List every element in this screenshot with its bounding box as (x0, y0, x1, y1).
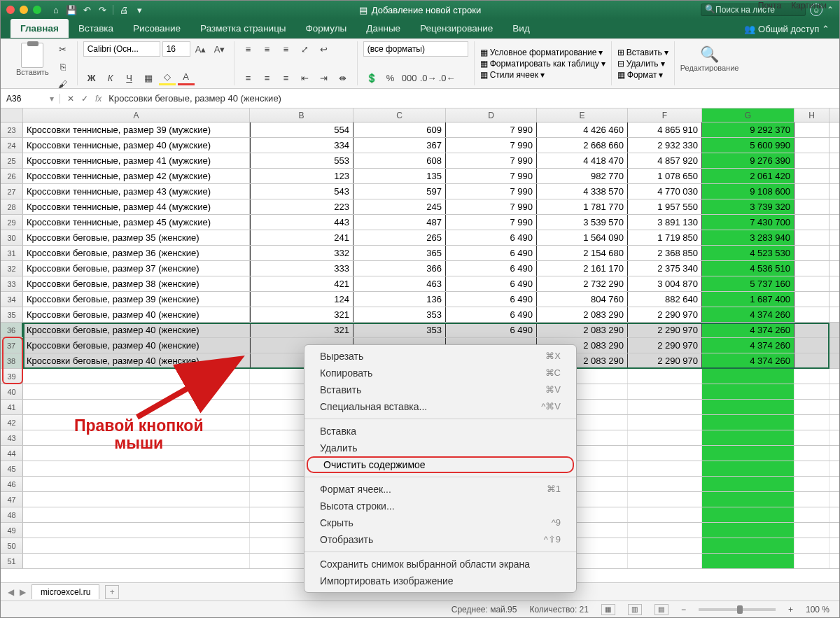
delete-button[interactable]: ⊟ Удалить ▾ (617, 59, 668, 69)
ctx-delete[interactable]: Удалить (304, 440, 576, 456)
row-header[interactable]: 27 (1, 184, 23, 199)
cell[interactable]: 365 (354, 246, 446, 260)
cell[interactable]: 1 078 650 (628, 169, 702, 183)
cell[interactable]: 3 283 940 (702, 230, 794, 245)
cell[interactable]: 597 (354, 184, 446, 199)
align-center-icon[interactable]: ≡ (259, 70, 276, 85)
cell[interactable]: 124 (250, 292, 354, 307)
cell[interactable]: 1 957 550 (628, 199, 702, 214)
cell[interactable]: 334 (250, 138, 354, 153)
row-header[interactable]: 25 (1, 153, 23, 168)
cell[interactable] (794, 199, 830, 214)
cell[interactable]: 321 (250, 323, 354, 337)
cell[interactable]: 804 760 (537, 292, 628, 307)
row-header[interactable]: 24 (1, 138, 23, 153)
cell[interactable]: 123 (250, 169, 354, 183)
row-header[interactable]: 51 (1, 554, 23, 568)
cut-icon[interactable]: ✂ (55, 41, 71, 57)
cell[interactable]: 2 732 290 (537, 276, 628, 291)
conditional-format-button[interactable]: ▦ Условное форматирование ▾ (480, 48, 606, 57)
cell[interactable]: 443 (250, 215, 354, 230)
view-normal-icon[interactable]: ▦ (601, 604, 615, 615)
row-header[interactable]: 33 (1, 276, 23, 291)
row-header[interactable]: 41 (1, 400, 23, 414)
cell[interactable]: 7 990 (446, 122, 537, 137)
cell[interactable]: 2 932 330 (628, 138, 702, 153)
row-header[interactable]: 47 (1, 492, 23, 507)
cell[interactable]: 5 737 160 (702, 276, 794, 291)
cell[interactable]: Кроссовки теннисные, размер 43 (мужские) (23, 184, 250, 199)
cell[interactable]: 6 490 (446, 261, 537, 276)
ctx-import-image[interactable]: Импортировать изображение (304, 573, 576, 589)
cell[interactable]: 2 061 420 (702, 169, 794, 183)
table-row[interactable]: 24 Кроссовки теннисные, размер 40 (мужск… (1, 138, 839, 153)
fill-color-icon[interactable]: ◇ (159, 70, 176, 85)
format-painter-icon[interactable]: 🖌 (55, 76, 71, 92)
table-row[interactable]: 30 Кроссовки беговые, размер 35 (женские… (1, 230, 839, 246)
cell[interactable]: 9 292 370 (702, 122, 794, 137)
paste-button[interactable]: Вставить (13, 41, 52, 92)
cell[interactable] (794, 215, 830, 230)
ctx-clear-contents[interactable]: Очистить содержимое (307, 456, 574, 473)
zoom-level[interactable]: 100 % (806, 605, 830, 615)
cell[interactable]: Кроссовки беговые, размер 40 (женские) (23, 307, 250, 322)
cell[interactable]: Кроссовки теннисные, размер 39 (мужские) (23, 122, 250, 137)
cell[interactable]: Кроссовки беговые, размер 36 (женские) (23, 246, 250, 260)
cell[interactable]: 608 (354, 153, 446, 168)
formula-input[interactable]: Кроссовки беговые, размер 40 (женские) (108, 93, 281, 104)
wrap-icon[interactable]: ↩ (316, 41, 332, 57)
close-window[interactable] (6, 6, 15, 14)
row-header[interactable]: 35 (1, 307, 23, 322)
ctx-screenshot[interactable]: Сохранить снимок выбранной области экран… (304, 556, 576, 573)
font-size-select[interactable]: 16 (162, 41, 190, 57)
cell[interactable]: 487 (354, 215, 446, 230)
table-row[interactable]: 27 Кроссовки теннисные, размер 43 (мужск… (1, 184, 839, 199)
cell[interactable]: 6 490 (446, 307, 537, 322)
cell[interactable] (794, 276, 830, 291)
row-header[interactable]: 29 (1, 215, 23, 230)
cell[interactable]: Кроссовки теннисные, размер 44 (мужские) (23, 199, 250, 214)
ctx-show[interactable]: Отобразить^⇧9 (304, 531, 576, 548)
col-header[interactable]: D (446, 108, 537, 122)
cell[interactable]: 4 770 030 (628, 184, 702, 199)
cell[interactable]: 2 083 290 (537, 307, 628, 322)
view-layout-icon[interactable]: ▥ (628, 604, 642, 615)
cell[interactable]: 4 338 570 (537, 184, 628, 199)
cell[interactable]: 2 083 290 (537, 323, 628, 337)
cell[interactable]: 882 640 (628, 292, 702, 307)
row-header[interactable]: 43 (1, 430, 23, 445)
cell[interactable]: 3 539 570 (537, 215, 628, 230)
cell[interactable]: 609 (354, 122, 446, 137)
chevron-icon[interactable]: ⌃ (827, 5, 834, 15)
font-color-icon[interactable]: A (178, 70, 195, 85)
cell[interactable]: 4 865 910 (628, 122, 702, 137)
align-right-icon[interactable]: ≡ (278, 70, 295, 85)
minimize-window[interactable] (20, 6, 28, 14)
table-row[interactable]: 32 Кроссовки беговые, размер 37 (женские… (1, 261, 839, 276)
cell[interactable]: Кроссовки теннисные, размер 45 (мужские) (23, 215, 250, 230)
tab-1[interactable]: Вставка (69, 19, 123, 38)
cell[interactable]: 3 739 320 (702, 199, 794, 214)
currency-icon[interactable]: 💲 (363, 70, 380, 85)
home-icon[interactable]: ⌂ (49, 3, 63, 16)
row-header[interactable]: 36 (1, 323, 23, 337)
cell[interactable]: 353 (354, 323, 446, 337)
col-header[interactable]: C (354, 108, 446, 122)
ctx-cut[interactable]: Вырезать⌘X (304, 348, 576, 365)
cancel-icon[interactable]: ✕ (67, 94, 74, 104)
row-header[interactable]: 38 (1, 353, 23, 368)
cell[interactable]: 4 374 260 (702, 323, 794, 337)
tab-4[interactable]: Формулы (296, 19, 357, 38)
cell[interactable]: 421 (250, 276, 354, 291)
cell[interactable]: 9 276 390 (702, 153, 794, 168)
table-row[interactable]: 33 Кроссовки беговые, размер 38 (женские… (1, 276, 839, 292)
dec-decimal-icon[interactable]: .0← (439, 70, 456, 85)
row-header[interactable]: 28 (1, 199, 23, 214)
row-header[interactable]: 46 (1, 477, 23, 491)
cell[interactable]: 265 (354, 230, 446, 245)
tab-5[interactable]: Данные (356, 19, 410, 38)
cell[interactable]: 2 375 340 (628, 261, 702, 276)
cell[interactable]: Кроссовки беговые, размер 40 (женские) (23, 338, 250, 353)
cell[interactable] (794, 292, 830, 307)
format-table-button[interactable]: ▦ Форматировать как таблицу ▾ (480, 59, 606, 69)
